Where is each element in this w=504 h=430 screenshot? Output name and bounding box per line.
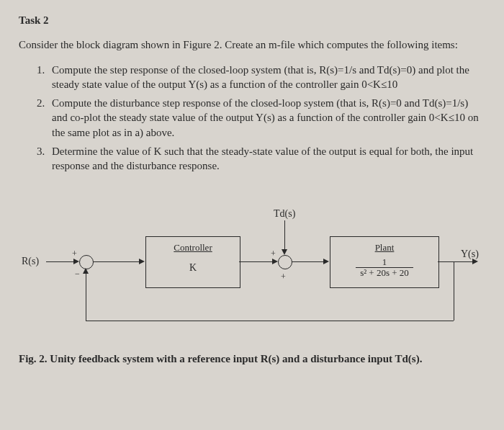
sign-plus: +: [72, 248, 77, 259]
wire: [86, 269, 86, 321]
sign-plus: +: [271, 248, 276, 259]
plant-numerator: 1: [356, 257, 413, 268]
arrow-icon: [282, 249, 287, 255]
controller-body: K: [146, 261, 240, 275]
label-disturbance: Td(s): [274, 207, 295, 221]
task-list: Compute the step response of the closed-…: [48, 63, 485, 174]
wire: [284, 220, 285, 251]
sign-minus: −: [75, 268, 80, 279]
sign-plus: +: [281, 271, 286, 282]
arrow-icon: [83, 268, 89, 274]
controller-label: Controller: [146, 241, 240, 254]
label-output: Y(s): [461, 248, 479, 261]
summing-junction-1: [79, 255, 94, 269]
arrow-icon: [73, 259, 79, 264]
plant-denominator: s² + 20s + 20: [356, 268, 413, 278]
controller-block: Controller K: [145, 236, 240, 288]
wire: [292, 261, 325, 262]
plant-block: Plant 1 s² + 20s + 20: [330, 236, 439, 288]
task-item-1: Compute the step response of the closed-…: [48, 63, 485, 92]
wire: [454, 261, 454, 321]
summing-junction-2: [278, 255, 292, 269]
wire: [438, 261, 474, 262]
intro-text: Consider the block diagram shown in Figu…: [19, 37, 485, 52]
label-input: R(s): [22, 255, 39, 269]
plant-label: Plant: [330, 241, 438, 254]
wire: [86, 321, 454, 321]
arrow-icon: [139, 259, 145, 264]
block-diagram: R(s) + − Controller K + + Td(s) Plant 1 …: [22, 180, 482, 346]
wire: [239, 261, 274, 262]
arrow-icon: [272, 259, 278, 264]
wire: [46, 261, 75, 262]
task-title: Task 2: [19, 13, 485, 27]
task-item-3: Determine the value of K such that the s…: [48, 144, 485, 174]
figure-caption: Fig. 2. Unity feedback system with a ref…: [19, 351, 485, 366]
arrow-icon: [323, 259, 329, 264]
plant-transfer-function: 1 s² + 20s + 20: [356, 257, 413, 279]
task-item-2: Compute the disturbance step response of…: [48, 96, 485, 140]
wire: [93, 261, 140, 262]
